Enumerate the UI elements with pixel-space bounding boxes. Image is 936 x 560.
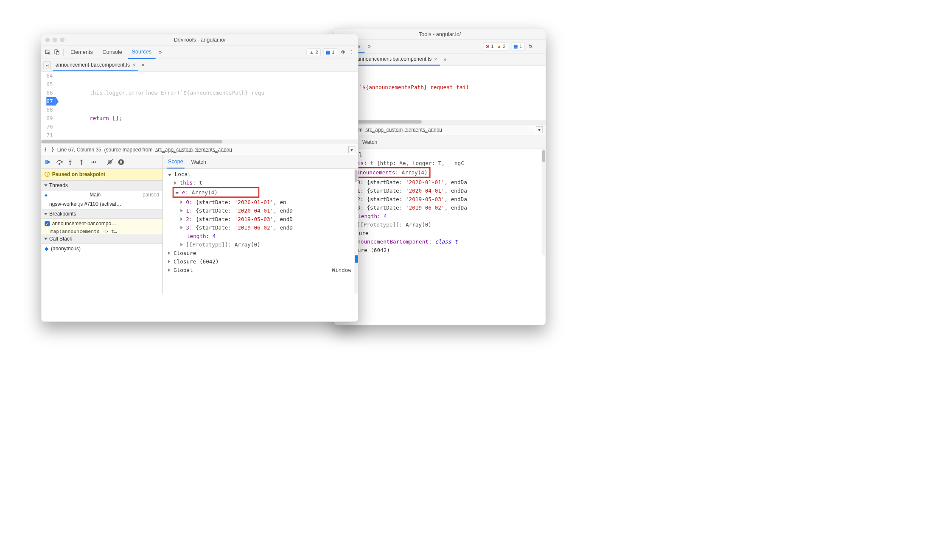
file-tab-component[interactable]: announcement-bar.component.ts× <box>354 53 440 66</box>
step-over-icon[interactable] <box>56 159 63 165</box>
svg-point-5 <box>70 163 71 165</box>
active-line: 67 <box>46 97 56 106</box>
devtools-window-left: DevTools - angular.io/ Elements Console … <box>41 34 359 322</box>
show-navigator-icon[interactable]: ▸| <box>44 62 51 69</box>
badge-group: ⊗1▲2 ▤1 <box>483 43 524 50</box>
zoom-dot[interactable] <box>60 37 64 42</box>
device-icon[interactable] <box>53 48 60 56</box>
breakpoint-item[interactable]: ✓announcement-bar.compo… <box>41 219 163 228</box>
line-gutter[interactable]: 64 65 66 67 68 69 70 71 <box>41 72 56 140</box>
window-title: DevTools - angular.io/ <box>174 36 226 43</box>
format-icon[interactable]: { } <box>44 146 54 153</box>
h-scrollbar[interactable] <box>334 120 546 124</box>
tab-watch[interactable]: Watch <box>190 155 207 168</box>
scope-watch-tabs: Scope Watch <box>334 135 546 149</box>
source-map-link[interactable]: src_app_custom-elements_annou <box>365 127 442 133</box>
tabs-overflow-icon[interactable]: » <box>442 56 448 62</box>
thread-worker[interactable]: ngsw-worker.js #7100 (activat… <box>41 200 163 209</box>
tabs-overflow-icon[interactable]: » <box>140 62 146 68</box>
pause-on-exceptions-icon[interactable] <box>118 159 125 165</box>
comparison-arrow-icon <box>355 249 359 269</box>
cursor-position: Line 67, Column 35 <box>57 147 101 153</box>
tab-elements[interactable]: Elements <box>67 45 97 59</box>
code-editor[interactable]: 64 65 66 67 68 69 70 71 this.logger.erro… <box>41 72 358 140</box>
step-icon[interactable] <box>90 159 97 165</box>
file-tabs: ▸| announcement-bar.component.ts× » <box>41 59 358 71</box>
gear-icon[interactable] <box>527 43 534 50</box>
tab-console[interactable]: Console <box>98 45 126 59</box>
thread-main[interactable]: Mainpaused <box>41 190 163 200</box>
message-badge[interactable]: ▤1 <box>511 43 524 50</box>
inspect-icon[interactable] <box>44 48 51 56</box>
callstack-header[interactable]: Call Stack <box>41 234 163 244</box>
titlebar: Tools - angular.io/ <box>334 28 546 40</box>
source-map-link[interactable]: src_app_custom-elements_annou <box>155 147 232 153</box>
gear-icon[interactable] <box>339 48 346 56</box>
v-scrollbar[interactable] <box>354 169 358 294</box>
step-into-icon[interactable] <box>67 159 75 165</box>
close-dot[interactable] <box>45 37 50 42</box>
devtools-window-right: Tools - angular.io/ Sources » ⊗1▲2 ▤1 ⋮ … <box>334 28 546 325</box>
tab-scope[interactable]: Scope <box>167 155 184 168</box>
dropdown-icon[interactable]: ▾ <box>348 146 355 153</box>
scope-panel[interactable]: Local this: t e: Array(4) 0: {startDate:… <box>163 169 358 294</box>
highlighted-variable: e: Array(4) <box>173 187 259 198</box>
more-icon[interactable]: ⋮ <box>348 48 355 56</box>
message-badge[interactable]: ▤1 <box>323 48 337 56</box>
close-icon[interactable]: × <box>132 62 135 68</box>
code-editor[interactable]: Error(`${announcementsPath} request fail… <box>334 66 546 120</box>
v-scrollbar[interactable] <box>542 149 546 255</box>
checkbox-icon[interactable]: ✓ <box>45 221 50 226</box>
breakpoint-code: map(announcements => t… <box>41 228 163 234</box>
svg-rect-10 <box>121 160 122 163</box>
scope-panel[interactable]: Local this: t {http: Ae, logger: T, __ng… <box>334 149 546 255</box>
svg-point-6 <box>81 163 82 165</box>
minimize-dot[interactable] <box>53 37 57 42</box>
step-out-icon[interactable] <box>78 159 86 165</box>
tabs-overflow-icon[interactable]: » <box>366 44 373 50</box>
file-tab-component[interactable]: announcement-bar.component.ts× <box>53 59 138 71</box>
tabs-overflow-icon[interactable]: » <box>157 49 163 55</box>
svg-point-8 <box>118 159 124 165</box>
debug-area: ⓘPaused on breakpoint Threads Mainpaused… <box>41 155 358 294</box>
scope-watch-tabs: Scope Watch <box>163 155 358 169</box>
titlebar: DevTools - angular.io/ <box>41 34 358 46</box>
svg-rect-2 <box>56 51 59 55</box>
callstack-frame[interactable]: ◆(anonymous) <box>41 244 163 254</box>
more-icon[interactable]: ⋮ <box>535 43 543 50</box>
error-badge[interactable]: ⊗1▲2 <box>483 43 508 50</box>
tab-watch[interactable]: Watch <box>361 135 378 148</box>
breakpoints-header[interactable]: Breakpoints <box>41 209 163 219</box>
main-tabbar: Elements Console Sources » ▲2 ▤1 ⋮ <box>41 45 358 59</box>
resume-icon[interactable] <box>45 159 52 165</box>
svg-rect-3 <box>45 160 46 164</box>
warning-badge[interactable]: ▲2 <box>307 48 321 56</box>
h-scrollbar[interactable] <box>41 140 358 144</box>
paused-banner: ⓘPaused on breakpoint <box>41 169 163 180</box>
svg-point-7 <box>95 161 96 162</box>
status-bar: { } Line 67, Column 35 (source mapped fr… <box>41 144 358 155</box>
dropdown-icon[interactable]: ▾ <box>536 126 543 133</box>
debug-toolbar <box>41 155 163 169</box>
tab-sources[interactable]: Sources <box>128 45 155 59</box>
title-fragment: Tools - angular.io/ <box>419 31 461 37</box>
close-icon[interactable]: × <box>434 56 437 62</box>
deactivate-breakpoints-icon[interactable] <box>106 159 114 165</box>
threads-header[interactable]: Threads <box>41 180 163 190</box>
traffic-lights <box>45 37 64 42</box>
file-tabs: d8.js announcement-bar.component.ts× » <box>334 53 546 66</box>
status-bar: apped from src_app_custom-elements_annou… <box>334 124 546 136</box>
main-tabbar: Sources » ⊗1▲2 ▤1 ⋮ <box>334 40 546 53</box>
svg-rect-9 <box>120 160 121 163</box>
svg-point-4 <box>59 163 60 165</box>
